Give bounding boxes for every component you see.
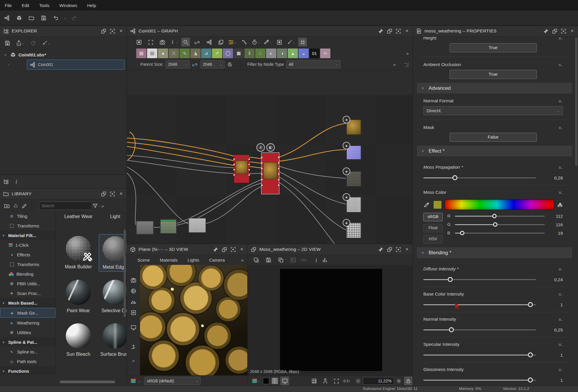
node-scatter-button[interactable]: ∴	[255, 49, 265, 58]
open-file-button[interactable]	[27, 13, 36, 22]
redo-menu-chevron[interactable]: ⌄	[82, 16, 84, 20]
link-size-icon[interactable]	[192, 61, 198, 68]
node-height-blend-button[interactable]: ⇩	[244, 49, 255, 58]
zoom-value-field[interactable]: 11,22%	[363, 377, 394, 385]
slider-handle[interactable]	[492, 214, 497, 218]
input-connectors[interactable]	[233, 158, 235, 160]
background-gray-swatch[interactable]	[272, 378, 278, 384]
library-category-spline-to[interactable]: ∿Spline to...	[0, 347, 56, 356]
node-curve-button[interactable]: ∿	[180, 49, 190, 58]
normal-intensity-slider[interactable]	[423, 329, 536, 330]
actual-size-button[interactable]: ‹1:1›	[342, 377, 351, 385]
normal-format-select[interactable]: DirectX⌄	[423, 106, 563, 115]
output-node-metallic[interactable]: ◈	[346, 197, 361, 213]
channels-chevron[interactable]: ⌄	[258, 379, 260, 383]
info-tab-icon[interactable]: i	[15, 179, 17, 185]
color-mode-icon[interactable]	[558, 203, 563, 206]
maximize-panel-icon[interactable]	[560, 28, 567, 34]
node-blend-button[interactable]: ◐	[266, 49, 276, 58]
view3d-menu-materials[interactable]: Materials	[160, 258, 178, 263]
library-category-transforms[interactable]: Transforms	[0, 221, 56, 230]
close-panel-icon[interactable]: ×	[404, 28, 410, 34]
color-mode-hsv-button[interactable]: HSV	[423, 235, 443, 244]
tiling-button[interactable]	[310, 377, 318, 385]
display-gamma-button[interactable]	[280, 377, 289, 385]
parent-height-select[interactable]: 2048⌄	[201, 60, 225, 68]
link-display-button[interactable]	[193, 38, 202, 46]
node-shape-button[interactable]: ◯	[223, 49, 233, 58]
color-mode-float-button[interactable]: Float	[423, 224, 443, 232]
parent-width-select[interactable]: 2048⌄	[166, 60, 190, 68]
vertical-scrollbar[interactable]	[575, 37, 577, 166]
node-spline-button[interactable]: ∾	[320, 49, 330, 58]
settings-overflow-button[interactable]: »	[393, 62, 396, 67]
frame-view-button[interactable]	[134, 38, 143, 46]
explorer-save-button[interactable]	[3, 39, 12, 47]
library-item-mask-builder[interactable]: Mask Builder	[62, 234, 95, 272]
float-panel-icon[interactable]	[221, 246, 227, 253]
view3d-viewport[interactable]	[140, 265, 248, 376]
library-category-transforms[interactable]: Transforms	[0, 260, 56, 269]
explorer-reload-button[interactable]	[29, 39, 37, 47]
maximize-panel-icon[interactable]	[395, 28, 401, 34]
glossiness-intensity-slider[interactable]	[423, 380, 536, 381]
background-black-swatch[interactable]	[263, 378, 269, 384]
info-button[interactable]: ⌄	[170, 38, 178, 46]
channel-b-slider[interactable]	[455, 233, 545, 234]
new-filter-button[interactable]	[11, 201, 20, 210]
library-category-material-filt[interactable]: ∨Material Filt...	[0, 231, 56, 240]
edit-library-button[interactable]	[20, 201, 29, 210]
graph-canvas[interactable]: ≣ ◧ ◈ ◈ ◈ ◈ ◈ ◈	[127, 95, 413, 244]
color-mode-srgb-button[interactable]: sRGB	[423, 213, 443, 221]
reset-size-icon[interactable]	[227, 61, 233, 68]
section-advanced[interactable]: ∨ Advanced	[417, 83, 572, 94]
library-category-mask-ge[interactable]: ◈Mask Ge...	[0, 308, 56, 318]
search-button[interactable]	[181, 38, 190, 46]
close-panel-icon[interactable]: ×	[239, 246, 245, 252]
library-category-utilities[interactable]: ⚙Utilities	[0, 328, 56, 337]
output-node-height[interactable]: ◈	[346, 223, 361, 238]
new-library-folder-button[interactable]	[2, 201, 11, 210]
library-item-metal-edg[interactable]: Metal Edg...	[99, 234, 127, 272]
library-filter-button[interactable]: ⌄	[92, 201, 101, 210]
node-grayscale-conversion-button[interactable]: 01	[309, 49, 320, 58]
screenshot-button[interactable]	[158, 38, 167, 46]
row-menu-icon[interactable]: ≡⌄	[559, 342, 563, 347]
library-item-paint-wear[interactable]: Paint Wear	[62, 278, 95, 315]
expand-chevron-icon[interactable]: ›	[8, 63, 13, 66]
close-panel-icon[interactable]: ×	[118, 191, 124, 197]
save-button[interactable]	[39, 13, 48, 22]
view3d-menu-scene[interactable]: Scene	[137, 258, 150, 263]
library-category-effects[interactable]: ◑Effects	[0, 250, 56, 259]
node-bitmap-button[interactable]: ▨	[136, 49, 146, 58]
view2d-canvas[interactable]: 2048 x 2048 (RGBA, 8bpc)	[248, 265, 413, 376]
pin-panel-icon[interactable]	[213, 246, 219, 253]
node-text-button[interactable]: ▤	[147, 49, 157, 58]
menu-file[interactable]: File	[5, 3, 12, 8]
input-connectors[interactable]	[261, 157, 263, 158]
hue-gradient-bar[interactable]	[445, 199, 554, 210]
channels-icon[interactable]	[252, 379, 258, 383]
camera-icon[interactable]	[130, 277, 137, 283]
pin-panel-icon[interactable]	[378, 246, 384, 253]
explorer-clean-button[interactable]: ⌄	[42, 39, 50, 47]
base-color-intensity-slider[interactable]	[423, 304, 536, 305]
base-color-intensity-slider-handle[interactable]	[528, 302, 533, 307]
diffuse-intensity-slider[interactable]	[423, 279, 536, 280]
view-3d-badge-icon[interactable]: ◈	[343, 219, 350, 227]
expand-chevron-icon[interactable]: ∨	[3, 53, 8, 57]
presentation-button[interactable]	[216, 38, 225, 46]
section-blending[interactable]: ∨ Blending *	[417, 247, 572, 258]
horizontal-scrollbar[interactable]	[60, 381, 115, 383]
row-menu-icon[interactable]: ≡⌄	[559, 367, 563, 372]
graph-node-generator[interactable]	[160, 219, 177, 234]
pin-panel-icon[interactable]	[378, 28, 384, 34]
library-category-pbr-utiliti[interactable]: ⚙PBR Utiliti...	[0, 279, 56, 288]
node-warp-button[interactable]: ⊿	[201, 49, 211, 58]
node-gradient-button[interactable]: ◑	[277, 49, 287, 58]
row-menu-icon[interactable]: ≡⌄	[559, 267, 563, 272]
save-image-button[interactable]	[264, 256, 273, 265]
node-doc-badge[interactable]: ≣	[256, 143, 265, 152]
row-menu-icon[interactable]: ≡⌄	[559, 165, 563, 170]
menu-help[interactable]: Help	[87, 3, 96, 8]
